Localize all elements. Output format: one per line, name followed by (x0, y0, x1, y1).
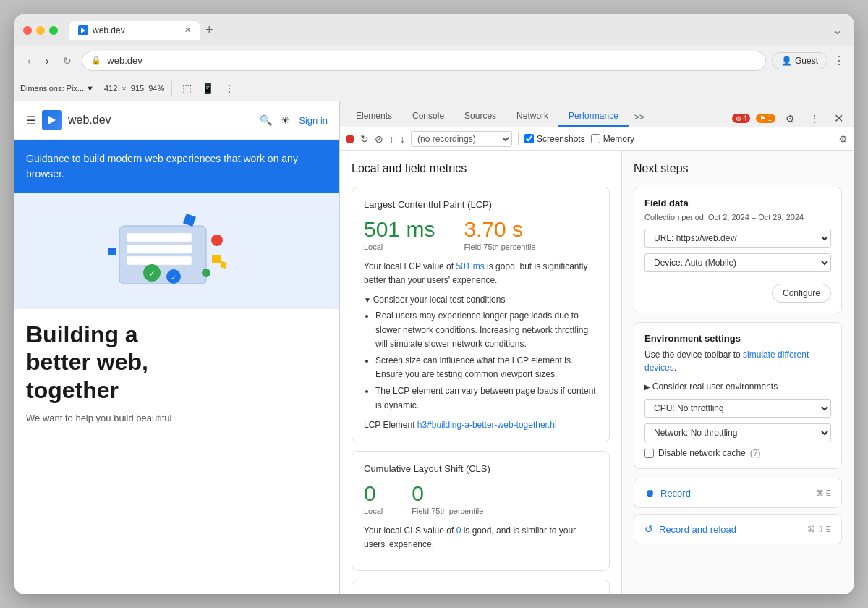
sign-in-button[interactable]: Sign in (299, 115, 328, 126)
cls-card: Cumulative Layout Shift (CLS) 0 Local 0 … (352, 451, 610, 571)
tab-more[interactable]: >> (629, 108, 650, 127)
warn-count: 1 (767, 114, 772, 122)
cls-local-group: 0 Local (364, 481, 383, 515)
tab-performance[interactable]: Performance (558, 106, 629, 127)
devtools-settings-button[interactable]: ⚙ (781, 111, 799, 126)
browser-window: web.dev ✕ + ⌄ ‹ › ↻ 🔒 web.dev 👤 Guest ⋮ … (14, 14, 854, 594)
more-tools-button[interactable]: ⋮ (221, 80, 237, 97)
cls-highlight: 0 (456, 525, 461, 536)
devtools-main: Local and field metrics Largest Contentf… (340, 151, 854, 594)
tab-console[interactable]: Console (402, 106, 454, 127)
recording-toolbar: ↻ ⊘ ↑ ↓ (no recordings) Screenshots Memo… (340, 127, 854, 151)
site-header-right: 🔍 ☀ Sign in (260, 114, 328, 126)
clear-button[interactable]: ⊘ (375, 133, 383, 145)
upload-button[interactable]: ↑ (389, 133, 394, 145)
devtools-more-button[interactable]: ⋮ (805, 111, 824, 126)
rec-divider (518, 132, 519, 145)
tab-network[interactable]: Network (506, 106, 558, 127)
error-badge: ⊗ 4 (732, 114, 751, 123)
svg-marker-1 (48, 116, 56, 124)
height-value: 915 (131, 84, 144, 93)
metrics-panel: Local and field metrics Largest Contentf… (340, 151, 622, 594)
lcp-local-label: Local (364, 242, 435, 251)
network-select[interactable]: Network: No throttling (644, 423, 831, 442)
lcp-description: Your local LCP value of 501 ms is good, … (364, 260, 597, 287)
new-tab-button[interactable]: + (203, 22, 216, 38)
devtools-tabs: Elements Console Sources Network Perform… (340, 101, 854, 127)
lcp-field-label: Field 75th percentile (464, 242, 535, 251)
record-label: Record (660, 488, 691, 499)
lcp-field-group: 3.70 s Field 75th percentile (464, 217, 535, 251)
warn-icon: ⚑ (760, 114, 766, 122)
lcp-highlight: 501 ms (456, 261, 484, 271)
tab-elements[interactable]: Elements (346, 106, 402, 127)
reload-button[interactable]: ↻ (59, 52, 76, 69)
svg-point-7 (211, 235, 223, 246)
lcp-consider-section: Consider your local test conditions Real… (364, 295, 597, 412)
lcp-card: Largest Contentful Paint (LCP) 501 ms Lo… (352, 187, 610, 442)
record-button[interactable] (346, 135, 354, 143)
cpu-select[interactable]: CPU: No throttling (644, 399, 831, 418)
device-select-row: Device: Auto (Mobile) (644, 253, 831, 272)
next-steps-panel: Next steps Field data Collection period:… (622, 151, 854, 594)
consider-real-user-link[interactable]: Consider real user environments (644, 381, 831, 392)
metrics-panel-title: Local and field metrics (352, 162, 610, 175)
tab-close-button[interactable]: ✕ (184, 25, 191, 35)
device-toolbar-button[interactable]: 📱 (199, 80, 217, 97)
minimize-button[interactable] (36, 26, 45, 35)
url-select[interactable]: URL: https://web.dev/ (644, 229, 831, 248)
hero-text: Guidance to build modern web experiences… (26, 153, 298, 180)
address-bar[interactable]: 🔒 web.dev (82, 51, 766, 71)
search-icon[interactable]: 🔍 (260, 114, 272, 126)
lcp-consider-list: Real users may experience longer page lo… (364, 309, 597, 412)
guest-button[interactable]: 👤 Guest (772, 52, 827, 69)
lcp-bullet-3: The LCP element can vary between page lo… (375, 384, 597, 412)
theme-toggle-icon[interactable]: ☀ (281, 114, 290, 126)
record-reload-card[interactable]: ↺ Record and reload ⌘ ⇧ E (634, 514, 842, 544)
device-select[interactable]: Device: Auto (Mobile) (644, 253, 831, 272)
screenshots-checkbox[interactable] (524, 134, 534, 143)
memory-checkbox[interactable] (591, 134, 600, 143)
cls-field-group: 0 Field 75th percentile (412, 481, 483, 515)
close-button[interactable] (23, 26, 32, 35)
window-more-button[interactable]: ⌄ (830, 20, 845, 40)
title-bar-right: ⌄ (830, 20, 845, 40)
field-data-title: Field data (644, 198, 831, 208)
forward-button[interactable]: › (41, 52, 54, 69)
browser-more-button[interactable]: ⋮ (833, 54, 845, 67)
inspect-button[interactable]: ⬚ (179, 80, 195, 97)
environment-title: Environment settings (644, 333, 831, 344)
lcp-consider-title[interactable]: Consider your local test conditions (364, 295, 597, 305)
lock-icon: 🔒 (91, 56, 101, 65)
svg-text:✓: ✓ (171, 274, 176, 282)
guest-label: Guest (795, 56, 818, 66)
hamburger-icon[interactable]: ☰ (26, 114, 36, 127)
tab-sources[interactable]: Sources (454, 106, 506, 127)
maximize-button[interactable] (49, 26, 58, 35)
svg-rect-3 (127, 233, 192, 242)
lcp-values: 501 ms Local 3.70 s Field 75th percentil… (364, 217, 597, 251)
configure-button[interactable]: Configure (772, 284, 831, 303)
lcp-name: Largest Contentful Paint (LCP) (364, 199, 597, 210)
download-button[interactable]: ↓ (400, 133, 405, 145)
lcp-field-value: 3.70 s (464, 217, 535, 241)
active-tab[interactable]: web.dev ✕ (69, 21, 200, 40)
back-button[interactable]: ‹ (23, 52, 35, 69)
screenshots-checkbox-label[interactable]: Screenshots (524, 134, 585, 144)
refresh-button[interactable]: ↻ (360, 133, 369, 145)
recording-settings-button[interactable]: ⚙ (838, 133, 848, 145)
disable-cache-checkbox[interactable] (644, 449, 654, 458)
record-card[interactable]: ⏺ Record ⌘ E (634, 478, 842, 508)
disable-cache-label: Disable network cache (658, 448, 746, 458)
cache-help-icon[interactable]: (?) (750, 448, 761, 458)
toolbar-divider (171, 81, 172, 96)
recordings-select[interactable]: (no recordings) (411, 131, 512, 147)
svg-text:✓: ✓ (148, 269, 156, 279)
memory-checkbox-label[interactable]: Memory (591, 134, 634, 144)
site-header: ☰ web.dev 🔍 ☀ Sign in (14, 101, 339, 140)
zoom-value[interactable]: 94% (148, 84, 164, 93)
title-bar: web.dev ✕ + ⌄ (14, 14, 854, 46)
record-reload-icon: ↺ (644, 523, 653, 535)
lcp-element-link[interactable]: h3#building-a-better-web-together.hi (417, 420, 557, 430)
devtools-close-button[interactable]: ✕ (830, 110, 848, 127)
